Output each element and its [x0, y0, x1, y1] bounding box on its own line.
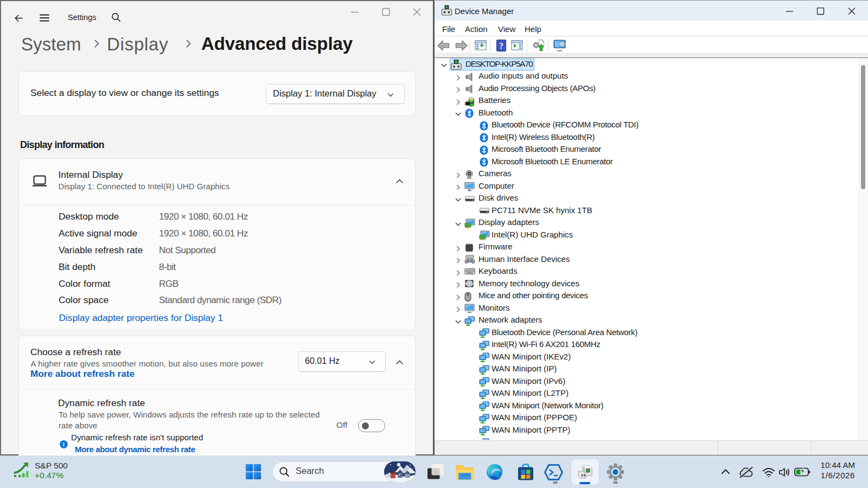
svg-text:?: ? — [499, 41, 503, 50]
